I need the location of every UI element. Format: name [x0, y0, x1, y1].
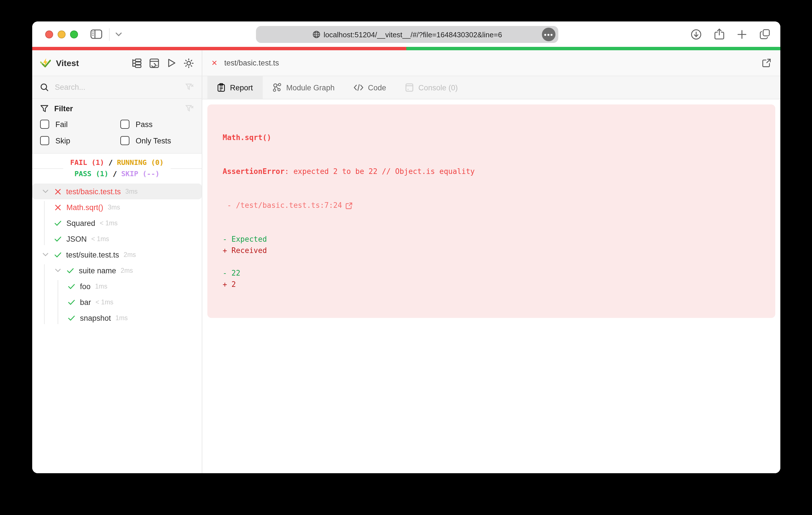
- dashboard-icon[interactable]: [149, 58, 160, 68]
- pass-icon: [67, 299, 76, 305]
- stack-location[interactable]: - /test/basic.test.ts:7:24: [223, 200, 342, 211]
- report-icon: [217, 83, 226, 92]
- fail-icon: [53, 188, 62, 194]
- tree-row[interactable]: test/suite.test.ts2ms: [32, 247, 202, 263]
- tree-label: foo: [80, 282, 91, 291]
- summary-count: PASS (1): [74, 170, 112, 178]
- tree-label: test/suite.test.ts: [66, 250, 119, 259]
- globe-icon: [312, 30, 320, 38]
- diff-line: + 2: [223, 279, 775, 290]
- diff-line: - Expected: [223, 234, 775, 245]
- tab-console: Console (0): [396, 76, 468, 99]
- tree-row[interactable]: Squared< 1ms: [32, 215, 202, 231]
- open-in-editor-icon[interactable]: [346, 202, 353, 209]
- chevron-down-icon[interactable]: [41, 252, 50, 257]
- pass-icon: [53, 220, 62, 226]
- tree-duration: 1ms: [95, 283, 107, 290]
- run-all-icon[interactable]: [167, 58, 176, 68]
- checkbox-pass[interactable]: Pass: [120, 120, 194, 129]
- tree-duration: 2ms: [121, 267, 133, 274]
- new-tab-icon[interactable]: [737, 29, 747, 39]
- pass-icon: [67, 283, 76, 290]
- summary-line-2: PASS (1) / SKIP (--): [70, 168, 164, 180]
- indent-guide: [44, 264, 45, 324]
- diff-line: - 22: [223, 268, 775, 279]
- vitest-logo-icon: [40, 58, 51, 68]
- checkbox-box: [120, 136, 129, 145]
- zoom-button[interactable]: [70, 30, 78, 38]
- share-icon[interactable]: [714, 28, 724, 40]
- test-summary-counts: FAIL (1) / RUNNING (0) PASS (1) / SKIP (…: [63, 157, 170, 180]
- screen: localhost:51204/__vitest__/#/?file=16484…: [0, 0, 812, 515]
- tree-duration: < 1ms: [95, 299, 113, 305]
- tree-row[interactable]: JSON< 1ms: [32, 231, 202, 247]
- chevron-down-icon[interactable]: [41, 189, 50, 194]
- browser-window: localhost:51204/__vitest__/#/?file=16484…: [32, 22, 780, 473]
- close-button[interactable]: [45, 30, 53, 38]
- tree-view-icon[interactable]: [132, 58, 142, 68]
- tree-duration: 3ms: [125, 188, 138, 195]
- tree-row[interactable]: test/basic.test.ts3ms: [32, 184, 202, 199]
- tree-label: bar: [80, 298, 91, 306]
- error-message: AssertionError: expected 2 to be 22 // O…: [223, 166, 775, 177]
- fail-icon: [53, 204, 62, 210]
- tree-duration: 2ms: [124, 251, 136, 258]
- sidebar: Vitest: [32, 50, 202, 473]
- checkbox-fail[interactable]: Fail: [40, 120, 120, 129]
- pass-icon: [53, 236, 62, 242]
- tree-label: Squared: [66, 219, 95, 227]
- tree-duration: < 1ms: [91, 236, 109, 242]
- tab-label: Report: [230, 83, 253, 92]
- error-test-name: Math.sqrt(): [223, 132, 775, 144]
- search-icon: [40, 83, 49, 91]
- summary-count: /: [113, 170, 121, 178]
- tab-report[interactable]: Report: [207, 76, 262, 99]
- diff-line: [223, 256, 775, 268]
- filter-label: Filter: [54, 104, 180, 113]
- diff-block: - Expected+ Received - 22+ 2: [223, 234, 775, 290]
- checkbox-box: [40, 136, 49, 145]
- summary-line-1: FAIL (1) / RUNNING (0): [70, 157, 164, 168]
- report-content: Math.sqrt() AssertionError: expected 2 t…: [202, 99, 780, 473]
- tree-label: JSON: [66, 235, 87, 243]
- checkbox-label: Pass: [136, 120, 152, 128]
- tree-label: Math.sqrt(): [66, 203, 104, 211]
- checkbox-label: Only Tests: [136, 137, 171, 145]
- tree-label: snapshot: [80, 314, 111, 322]
- checkbox-skip[interactable]: Skip: [40, 136, 120, 145]
- progress-pass-segment: [406, 47, 780, 50]
- open-external-icon[interactable]: [762, 58, 771, 68]
- clear-filter-icon: [185, 104, 194, 113]
- sidebar-toolbar: [132, 58, 194, 68]
- minimize-button[interactable]: [58, 30, 65, 38]
- search-row: [32, 76, 202, 99]
- sidebar-toggle-icon[interactable]: [90, 29, 102, 39]
- tab-code[interactable]: Code: [344, 76, 396, 99]
- window-controls: [45, 30, 78, 38]
- download-icon[interactable]: [691, 29, 702, 40]
- error-detail: : expected 2 to be 22 // Object.is equal…: [285, 167, 475, 176]
- tab-group-chevron-icon[interactable]: [115, 32, 122, 36]
- url-text: localhost:51204/__vitest__/#/?file=16484…: [323, 30, 502, 39]
- checkbox-label: Skip: [55, 137, 70, 145]
- funnel-icon: [40, 104, 49, 113]
- pass-icon: [66, 267, 75, 274]
- search-input[interactable]: [54, 83, 180, 92]
- tab-label: Console (0): [418, 83, 458, 92]
- code-icon: [354, 84, 363, 91]
- titlebar-actions: [691, 22, 770, 47]
- tree-duration: < 1ms: [100, 220, 118, 226]
- theme-sun-icon[interactable]: [184, 58, 194, 68]
- pass-icon: [53, 251, 62, 258]
- browser-titlebar: localhost:51204/__vitest__/#/?file=16484…: [32, 22, 780, 47]
- more-options-icon[interactable]: •••: [542, 28, 555, 41]
- summary-count: RUNNING (0): [117, 158, 164, 166]
- tree-row[interactable]: Math.sqrt()3ms: [32, 199, 202, 215]
- tab-module-graph[interactable]: Module Graph: [262, 76, 344, 99]
- tab-overview-icon[interactable]: [759, 29, 770, 39]
- address-bar[interactable]: localhost:51204/__vitest__/#/?file=16484…: [256, 26, 558, 43]
- chevron-down-icon[interactable]: [53, 268, 62, 273]
- pass-icon: [67, 315, 76, 321]
- tree-row[interactable]: suite name2ms: [32, 263, 202, 278]
- checkbox-only-tests[interactable]: Only Tests: [120, 136, 194, 145]
